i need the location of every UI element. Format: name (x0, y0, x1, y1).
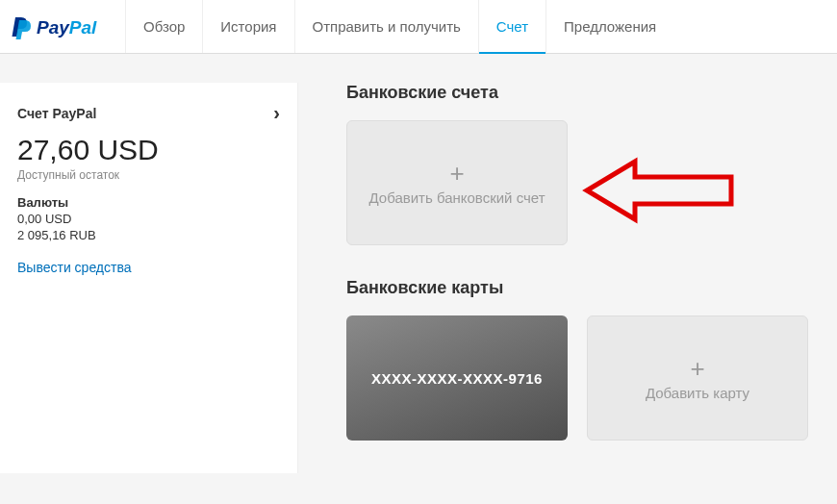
chevron-right-icon: › (273, 102, 280, 124)
paypal-logo[interactable]: PayPal (12, 13, 125, 40)
currency-usd: 0,00 USD (17, 212, 280, 226)
add-card-tile[interactable]: + Добавить карту (587, 315, 808, 441)
bank-accounts-tiles: + Добавить банковский счет (346, 120, 808, 245)
add-bank-account-label: Добавить банковский счет (349, 189, 564, 206)
nav-overview[interactable]: Обзор (125, 0, 202, 53)
nav-send-receive[interactable]: Отправить и получить (294, 0, 478, 53)
nav-history[interactable]: История (202, 0, 293, 53)
content: Счет PayPal › 27,60 USD Доступный остато… (0, 54, 837, 473)
balance-amount: 27,60 USD (17, 134, 280, 166)
withdraw-link[interactable]: Вывести средства (17, 260, 280, 275)
available-balance-label: Доступный остаток (17, 168, 280, 182)
bank-accounts-title: Банковские счета (346, 83, 808, 103)
main-nav: Обзор История Отправить и получить Счет … (125, 0, 673, 53)
paypal-account-row[interactable]: Счет PayPal › (17, 102, 280, 124)
add-bank-account-tile[interactable]: + Добавить банковский счет (346, 120, 568, 245)
main-panel: Банковские счета + Добавить банковский с… (298, 83, 837, 473)
currency-rub: 2 095,16 RUB (17, 228, 280, 242)
account-title: Счет PayPal (17, 106, 96, 121)
nav-wallet[interactable]: Счет (478, 0, 545, 53)
linked-card-tile[interactable]: XXXX-XXXX-XXXX-9716 (346, 315, 568, 441)
nav-offers[interactable]: Предложения (545, 0, 673, 53)
bank-cards-tiles: XXXX-XXXX-XXXX-9716 + Добавить карту (346, 315, 808, 441)
card-number: XXXX-XXXX-XXXX-9716 (371, 370, 543, 387)
svg-text:PayPal: PayPal (37, 17, 97, 38)
add-card-label: Добавить карту (626, 385, 769, 401)
currencies-label: Валюты (17, 195, 280, 210)
header: PayPal Обзор История Отправить и получит… (0, 0, 837, 54)
plus-icon: + (449, 161, 464, 186)
bank-cards-title: Банковские карты (346, 278, 808, 298)
plus-icon: + (690, 356, 704, 381)
balance-sidebar: Счет PayPal › 27,60 USD Доступный остато… (0, 83, 298, 473)
